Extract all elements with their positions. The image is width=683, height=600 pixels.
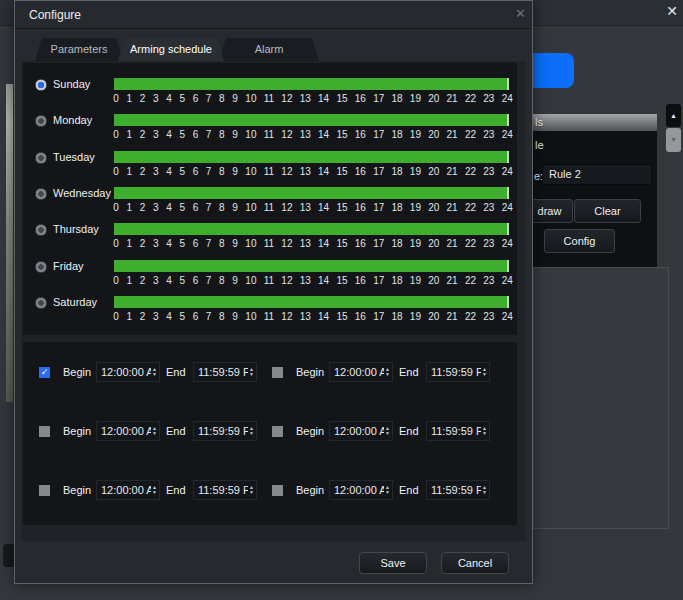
day-row-wednesday: Wednesday0123456789101112131415161718192…	[23, 186, 517, 218]
begin-time-input[interactable]: 12:00:00 AM▲▼	[329, 421, 393, 441]
schedule-bar-saturday[interactable]	[114, 296, 509, 308]
spinner-down-icon[interactable]: ▼	[152, 372, 157, 377]
dialog-close-icon[interactable]: ✕	[515, 7, 526, 21]
scroll-down-button[interactable]: ▼	[666, 128, 681, 152]
spinner-icon[interactable]: ▲▼	[249, 485, 254, 495]
spinner-icon[interactable]: ▲▼	[152, 367, 157, 377]
begin-time-input[interactable]: 12:00:00 AM▲▼	[96, 480, 160, 500]
radio-tuesday[interactable]	[35, 152, 47, 164]
hour-tick: 23	[483, 93, 494, 104]
hour-tick: 4	[166, 129, 172, 140]
radio-thursday[interactable]	[35, 224, 47, 236]
schedule-bar-thursday[interactable]	[114, 223, 509, 235]
spinner-icon[interactable]: ▲▼	[385, 485, 390, 495]
hour-tick: 20	[428, 311, 439, 322]
hour-tick: 23	[483, 238, 494, 249]
save-button[interactable]: Save	[359, 552, 427, 574]
spinner-icon[interactable]: ▲▼	[152, 485, 157, 495]
enable-checkbox[interactable]	[272, 426, 283, 437]
spinner-down-icon[interactable]: ▼	[482, 431, 487, 436]
enable-checkbox[interactable]: ✓	[39, 367, 50, 378]
hour-tick: 3	[153, 275, 159, 286]
end-time-input[interactable]: 11:59:59 PM▲▼	[193, 421, 257, 441]
hour-tick: 4	[166, 202, 172, 213]
spinner-down-icon[interactable]: ▼	[482, 372, 487, 377]
hour-tick: 12	[281, 238, 292, 249]
spinner-icon[interactable]: ▲▼	[152, 426, 157, 436]
hour-tick: 23	[483, 311, 494, 322]
spinner-icon[interactable]: ▲▼	[385, 426, 390, 436]
schedule-bar-monday[interactable]	[114, 114, 509, 126]
schedule-bar-sunday[interactable]	[114, 78, 509, 90]
schedule-bar-tuesday[interactable]	[114, 151, 509, 163]
hour-tick: 16	[355, 311, 366, 322]
clear-button[interactable]: Clear	[574, 199, 641, 223]
tab-parameters[interactable]: Parameters	[35, 38, 123, 61]
background-video-sliver	[6, 84, 13, 402]
radio-sunday[interactable]	[35, 79, 47, 91]
hour-tick: 4	[166, 311, 172, 322]
draw-button[interactable]: draw	[526, 199, 573, 223]
radio-friday[interactable]	[35, 261, 47, 273]
spinner-icon[interactable]: ▲▼	[385, 367, 390, 377]
spinner-down-icon[interactable]: ▼	[385, 431, 390, 436]
day-row-saturday: Saturday01234567891011121314151617181920…	[23, 295, 517, 327]
radio-saturday[interactable]	[35, 297, 47, 309]
spinner-down-icon[interactable]: ▼	[249, 490, 254, 495]
hour-tick: 1	[126, 202, 132, 213]
schedule-bar-friday[interactable]	[114, 260, 509, 272]
scroll-up-button[interactable]: ▲	[666, 104, 681, 127]
radio-monday[interactable]	[35, 115, 47, 127]
end-time-input-value: 11:59:59 PM	[431, 425, 481, 437]
begin-time-input[interactable]: 12:00:00 AM▲▼	[96, 421, 160, 441]
end-time-input[interactable]: 11:59:59 PM▲▼	[193, 480, 257, 500]
spinner-icon[interactable]: ▲▼	[482, 485, 487, 495]
spinner-icon[interactable]: ▲▼	[482, 367, 487, 377]
end-time-input[interactable]: 11:59:59 PM▲▼	[426, 362, 490, 382]
main-window-close-icon[interactable]: ✕	[666, 3, 678, 19]
end-time-input[interactable]: 11:59:59 PM▲▼	[193, 362, 257, 382]
hour-tick: 13	[300, 166, 311, 177]
hour-tick: 1	[126, 238, 132, 249]
enable-checkbox[interactable]	[39, 426, 50, 437]
hour-tick: 5	[179, 238, 185, 249]
hour-tick: 10	[245, 129, 256, 140]
enable-checkbox[interactable]	[39, 485, 50, 496]
spinner-down-icon[interactable]: ▼	[385, 372, 390, 377]
spinner-down-icon[interactable]: ▼	[249, 372, 254, 377]
spinner-down-icon[interactable]: ▼	[152, 431, 157, 436]
arming-schedule-panel: Sunday0123456789101112131415161718192021…	[23, 63, 517, 335]
hour-tick: 12	[281, 93, 292, 104]
config-button[interactable]: Config	[544, 229, 615, 253]
spinner-down-icon[interactable]: ▼	[385, 490, 390, 495]
hour-tick: 17	[373, 93, 384, 104]
schedule-bar-wednesday[interactable]	[114, 187, 509, 199]
spinner-icon[interactable]: ▲▼	[249, 426, 254, 436]
spinner-icon[interactable]: ▲▼	[482, 426, 487, 436]
end-time-input[interactable]: 11:59:59 PM▲▼	[426, 480, 490, 500]
dialog-titlebar[interactable]: Configure ✕	[15, 1, 532, 29]
begin-time-input[interactable]: 12:00:00 AM▲▼	[329, 362, 393, 382]
spinner-down-icon[interactable]: ▼	[482, 490, 487, 495]
hour-tick: 1	[126, 311, 132, 322]
day-label-sunday: Sunday	[53, 78, 90, 90]
tab-alarm[interactable]: Alarm	[219, 38, 319, 61]
begin-time-input[interactable]: 12:00:00 AM▲▼	[96, 362, 160, 382]
spinner-down-icon[interactable]: ▼	[249, 431, 254, 436]
hour-tick: 17	[373, 311, 384, 322]
enable-checkbox[interactable]	[272, 485, 283, 496]
spinner-icon[interactable]: ▲▼	[249, 367, 254, 377]
enable-checkbox[interactable]	[272, 367, 283, 378]
radio-wednesday[interactable]	[35, 188, 47, 200]
end-time-input-value: 11:59:59 PM	[198, 366, 248, 378]
spinner-down-icon[interactable]: ▼	[152, 490, 157, 495]
screen: ✕ ls le e: Rule 2 draw Clear Config ▲ ▼ …	[0, 0, 683, 600]
tab-arming-schedule[interactable]: Arming schedule	[118, 38, 224, 61]
begin-label: Begin	[63, 484, 91, 496]
cancel-button[interactable]: Cancel	[441, 552, 509, 574]
begin-time-input[interactable]: 12:00:00 AM▲▼	[329, 480, 393, 500]
hour-tick: 5	[179, 166, 185, 177]
hour-tick: 24	[502, 166, 513, 177]
end-time-input[interactable]: 11:59:59 PM▲▼	[426, 421, 490, 441]
rule-name-input[interactable]: Rule 2	[542, 164, 652, 185]
